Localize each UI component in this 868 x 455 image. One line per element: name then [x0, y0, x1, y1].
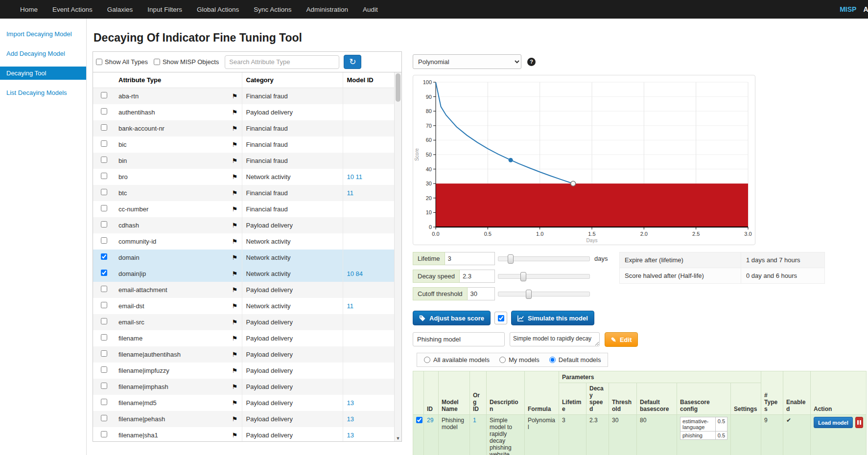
model-filter-all-available-models[interactable]: All available models: [424, 356, 490, 364]
model-description-textarea[interactable]: Simple model to rapidly decay: [510, 332, 600, 346]
attribute-row-checkbox[interactable]: [101, 173, 107, 179]
sidebar-item-list-decaying-models[interactable]: List Decaying Models: [0, 86, 86, 99]
model-id-link[interactable]: 84: [356, 270, 363, 277]
show-misp-objects-checkbox[interactable]: [154, 59, 160, 65]
attribute-row[interactable]: aba-rtn⚑Financial fraud: [93, 88, 394, 104]
flag-icon[interactable]: ⚑: [232, 109, 238, 116]
attribute-row[interactable]: authentihash⚑Payload delivery: [93, 104, 394, 120]
attribute-row[interactable]: email-dst⚑Network activity11: [93, 298, 394, 314]
model-name-input[interactable]: [413, 332, 505, 346]
flag-icon[interactable]: ⚑: [232, 270, 238, 277]
refresh-button[interactable]: ↻: [344, 55, 361, 69]
attribute-row[interactable]: filename|md5⚑Payload delivery13: [93, 395, 394, 411]
attribute-row-checkbox[interactable]: [101, 431, 107, 437]
attribute-row[interactable]: bro⚑Network activity10 11: [93, 169, 394, 185]
model-row-checkbox[interactable]: [416, 417, 422, 423]
model-id-link[interactable]: 11: [347, 189, 354, 197]
nav-item-input-filters[interactable]: Input Filters: [140, 6, 189, 13]
flag-icon[interactable]: ⚑: [232, 254, 238, 261]
attribute-row-checkbox[interactable]: [101, 237, 107, 244]
flag-icon[interactable]: ⚑: [232, 238, 238, 245]
attribute-row-checkbox[interactable]: [101, 318, 107, 324]
attribute-row[interactable]: community-id⚑Network activity: [93, 233, 394, 250]
attribute-header-model-id[interactable]: Model ID: [343, 72, 394, 88]
cutoff-threshold-input[interactable]: [468, 287, 495, 300]
flag-icon[interactable]: ⚑: [232, 205, 238, 213]
sidebar-item-add-decaying-model[interactable]: Add Decaying Model: [0, 47, 86, 60]
misp-brand-link[interactable]: MISP: [840, 5, 856, 13]
show-all-types-checkbox[interactable]: [96, 59, 102, 65]
attribute-row-checkbox[interactable]: [101, 140, 107, 147]
pause-model-button[interactable]: [855, 417, 863, 428]
attribute-row-checkbox[interactable]: [101, 302, 107, 308]
attribute-row-checkbox[interactable]: [101, 366, 107, 373]
model-id-link[interactable]: 11: [356, 173, 363, 181]
model-id-link[interactable]: 13: [347, 432, 354, 439]
attribute-row[interactable]: bank-account-nr⚑Financial fraud: [93, 120, 394, 136]
attribute-row-checkbox[interactable]: [101, 189, 107, 195]
attribute-table-scrollbar[interactable]: ▼: [394, 72, 401, 441]
flag-icon[interactable]: ⚑: [232, 141, 238, 148]
attribute-header-type[interactable]: Attribute Type: [115, 72, 242, 88]
attribute-row[interactable]: bic⚑Financial fraud: [93, 136, 394, 153]
radio-input[interactable]: [499, 357, 506, 363]
attribute-row-checkbox[interactable]: [101, 221, 107, 228]
adjust-base-score-button[interactable]: Adjust base score: [413, 311, 491, 325]
search-input[interactable]: [225, 55, 339, 69]
radio-input[interactable]: [549, 357, 556, 363]
show-misp-objects-toggle[interactable]: Show MISP Objects: [154, 58, 219, 66]
flag-icon[interactable]: ⚑: [232, 302, 238, 310]
model-id-link[interactable]: 29: [427, 417, 433, 424]
attribute-row[interactable]: email-attachment⚑Payload delivery: [93, 282, 394, 298]
model-id-link[interactable]: 10: [347, 270, 354, 277]
flag-icon[interactable]: ⚑: [232, 415, 238, 423]
flag-icon[interactable]: ⚑: [232, 173, 238, 181]
models-header-model-name[interactable]: Model Name: [439, 371, 470, 415]
flag-icon[interactable]: ⚑: [232, 125, 238, 132]
nav-item-audit[interactable]: Audit: [355, 6, 385, 13]
models-header-id[interactable]: ID: [424, 371, 439, 415]
adjust-basescore-checkbox[interactable]: [498, 315, 504, 321]
attribute-row-checkbox[interactable]: [101, 334, 107, 341]
attribute-row[interactable]: domain|ip⚑Network activity10 84: [93, 266, 394, 282]
model-id-link[interactable]: 11: [347, 302, 354, 310]
help-icon[interactable]: ?: [527, 58, 536, 66]
attribute-row[interactable]: bin⚑Financial fraud: [93, 153, 394, 169]
flag-icon[interactable]: ⚑: [232, 335, 238, 342]
models-header-default-basescore[interactable]: Default basescore: [637, 383, 677, 415]
models-header-settings[interactable]: Settings: [731, 383, 761, 415]
models-header-enabled[interactable]: Enabled: [783, 371, 811, 415]
sidebar-item-import-decaying-model[interactable]: Import Decaying Model: [0, 27, 86, 41]
model-id-link[interactable]: 13: [347, 415, 354, 423]
models-header-formula[interactable]: Formula: [525, 371, 559, 415]
attribute-row-checkbox[interactable]: [101, 399, 107, 405]
flag-icon[interactable]: ⚑: [232, 318, 238, 326]
scrollbar-thumb[interactable]: [396, 73, 400, 102]
nav-item-administration[interactable]: Administration: [299, 6, 356, 13]
attribute-header-category[interactable]: Category: [242, 72, 343, 88]
show-all-types-toggle[interactable]: Show All Types: [96, 58, 148, 66]
lifetime-slider-handle[interactable]: [508, 254, 514, 264]
model-filter-my-models[interactable]: My models: [499, 356, 540, 364]
decay-chart[interactable]: 0.00.51.01.52.02.53.00102030405060708090…: [413, 75, 755, 245]
models-header-lifetime[interactable]: Lifetime: [559, 383, 586, 415]
attribute-row[interactable]: filename|imphash⚑Payload delivery: [93, 379, 394, 395]
attribute-row-checkbox[interactable]: [101, 253, 107, 260]
flag-icon[interactable]: ⚑: [232, 383, 238, 390]
model-row[interactable]: 29Phishing model1Simple model to rapidly…: [413, 415, 867, 455]
models-header-basescore-config[interactable]: Basescore config: [677, 383, 731, 415]
attribute-row-checkbox[interactable]: [101, 286, 107, 292]
nav-item-home[interactable]: Home: [13, 6, 45, 13]
models-header-description[interactable]: Description: [487, 371, 525, 415]
attribute-row-checkbox[interactable]: [101, 205, 107, 211]
formula-select[interactable]: Polynomial: [413, 54, 521, 69]
flag-icon[interactable]: ⚑: [232, 222, 238, 229]
model-id-link[interactable]: 13: [347, 399, 354, 407]
decay-speed-slider[interactable]: [498, 274, 590, 279]
radio-input[interactable]: [424, 357, 430, 363]
decay-speed-input[interactable]: [460, 270, 495, 283]
attribute-row-checkbox[interactable]: [101, 108, 107, 114]
simulate-model-button[interactable]: Simulate this model: [511, 311, 594, 325]
nav-user-menu[interactable]: Admin: [863, 5, 868, 13]
nav-item-galaxies[interactable]: Galaxies: [100, 6, 141, 13]
